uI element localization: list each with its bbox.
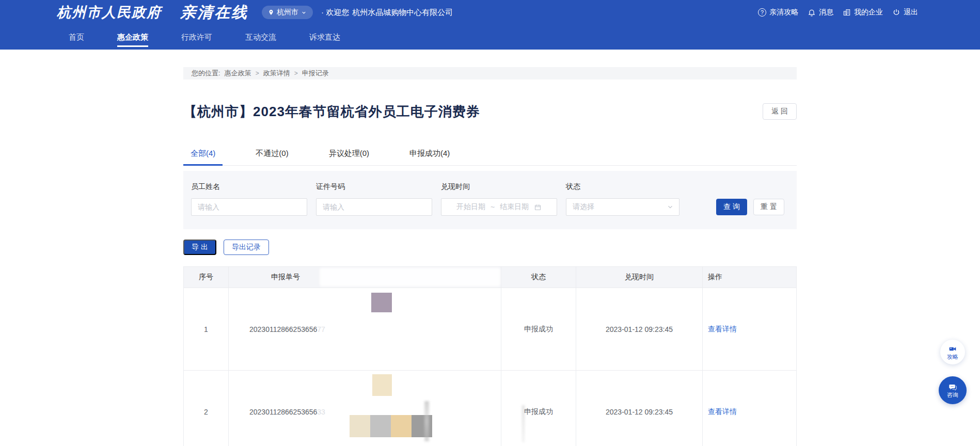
question-circle-icon: ? — [758, 8, 766, 17]
column-header-status: 状态 — [501, 267, 576, 288]
gov-logo: 杭州市人民政府 — [57, 3, 162, 22]
consult-label: 咨询 — [947, 392, 958, 398]
menu-label: 消息 — [819, 8, 833, 17]
application-no-visible: 20230112866253656 — [249, 325, 317, 333]
column-header-application-no: 申报单号 — [229, 267, 501, 288]
tab-objection[interactable]: 异议处理(0) — [322, 144, 376, 165]
chevron-down-icon — [301, 10, 307, 15]
page-title: 【杭州市】2023年春节留杭省外员工电子消费券 — [183, 103, 480, 121]
table-row: 1 2023011286625365677 申报成功 2023-01-12 09… — [184, 288, 796, 370]
field-id-number: 证件号码 — [316, 182, 432, 216]
records-table: 序号 申报单号 状态 兑现时间 操作 1 2023011286625365677… — [183, 266, 797, 446]
back-button[interactable]: 返 回 — [763, 103, 797, 120]
cell-index: 2 — [184, 370, 229, 446]
table-row: 2 2023011286625365633 申报成功 2023-01-12 09… — [184, 370, 796, 446]
company-name: 杭州水晶城购物中心有限公司 — [352, 8, 453, 18]
filter-panel: 员工姓名 证件号码 兑现时间 开始日期 ~ 结束日期 状态 请选择 查 询 — [183, 171, 797, 229]
nav-item-home[interactable]: 首页 — [69, 25, 84, 50]
search-button[interactable]: 查 询 — [716, 199, 747, 215]
guide-label: 攻略 — [947, 354, 958, 360]
cell-redeem-time: 2023-01-12 09:23:45 — [576, 370, 703, 446]
export-button[interactable]: 导 出 — [183, 240, 216, 255]
start-date-placeholder: 开始日期 — [456, 202, 485, 212]
title-row: 【杭州市】2023年春节留杭省外员工电子消费券 返 回 — [183, 102, 797, 121]
nav-item-interaction[interactable]: 互动交流 — [245, 25, 276, 50]
column-header-action: 操作 — [703, 267, 796, 288]
application-no-faded: 77 — [317, 325, 325, 333]
status-label: 状态 — [566, 182, 679, 192]
menu-label: 退出 — [904, 8, 918, 17]
date-range-separator: ~ — [491, 203, 495, 211]
view-detail-link[interactable]: 查看详情 — [708, 325, 737, 334]
location-label: 杭州市 — [277, 8, 298, 17]
breadcrumb: 您的位置: 惠企政策 > 政策详情 > 申报记录 — [183, 67, 797, 79]
cell-status: 申报成功 — [501, 370, 576, 446]
breadcrumb-prefix: 您的位置: — [192, 69, 220, 78]
video-camera-icon — [949, 345, 957, 353]
header-top-bar: 杭州市人民政府 亲清在线 杭州市 · 欢迎您 杭州水晶城购物中心有限公司 ? 亲… — [0, 0, 980, 25]
menu-label: 亲清攻略 — [769, 8, 798, 17]
export-toolbar: 导 出 导出记录 — [183, 240, 797, 255]
column-header-index: 序号 — [184, 267, 229, 288]
building-icon — [843, 8, 851, 17]
chat-bubble-icon — [949, 383, 957, 391]
power-icon — [892, 8, 900, 17]
breadcrumb-item-current: 申报记录 — [302, 69, 329, 78]
application-no-visible: 20230112866253656 — [249, 408, 317, 416]
field-redeem-time: 兑现时间 开始日期 ~ 结束日期 — [441, 182, 557, 216]
employee-name-label: 员工姓名 — [191, 182, 307, 192]
cell-redeem-time: 2023-01-12 09:23:45 — [576, 288, 703, 370]
location-pin-icon — [268, 9, 274, 15]
table-header-row: 序号 申报单号 状态 兑现时间 操作 — [184, 267, 796, 288]
menu-item-guide[interactable]: ? 亲清攻略 — [758, 8, 798, 17]
field-status: 状态 请选择 — [566, 182, 679, 216]
header-menu: ? 亲清攻略 消息 我的企业 退出 — [758, 8, 918, 17]
view-detail-link[interactable]: 查看详情 — [708, 407, 737, 417]
welcome-prefix: · 欢迎您 — [321, 8, 349, 18]
field-employee-name: 员工姓名 — [191, 182, 307, 216]
menu-item-messages[interactable]: 消息 — [808, 8, 833, 17]
breadcrumb-separator: > — [294, 70, 298, 77]
floating-consult-button[interactable]: 咨询 — [939, 376, 967, 404]
reset-button[interactable]: 重 置 — [753, 199, 784, 215]
cell-application-no: 2023011286625365633 — [229, 370, 501, 446]
filter-actions: 查 询 重 置 — [716, 182, 784, 216]
employee-name-input[interactable] — [191, 198, 307, 216]
redeem-time-label: 兑现时间 — [441, 182, 557, 192]
end-date-placeholder: 结束日期 — [500, 202, 529, 212]
nav-item-enterprise-policy[interactable]: 惠企政策 — [117, 25, 148, 50]
cell-status: 申报成功 — [501, 288, 576, 370]
export-record-button[interactable]: 导出记录 — [224, 240, 269, 255]
content-container: 您的位置: 惠企政策 > 政策详情 > 申报记录 【杭州市】2023年春节留杭省… — [183, 67, 797, 446]
id-number-label: 证件号码 — [316, 182, 432, 192]
menu-item-my-enterprise[interactable]: 我的企业 — [843, 8, 883, 17]
tab-all[interactable]: 全部(4) — [183, 144, 223, 165]
nav-item-administrative-license[interactable]: 行政许可 — [181, 25, 212, 50]
date-range-picker[interactable]: 开始日期 ~ 结束日期 — [441, 198, 557, 216]
menu-item-logout[interactable]: 退出 — [892, 8, 918, 17]
status-select[interactable]: 请选择 — [566, 198, 679, 216]
brand-logo: 亲清在线 — [180, 2, 248, 23]
nav-item-appeal[interactable]: 诉求直达 — [309, 25, 340, 50]
chevron-down-icon — [667, 203, 674, 211]
floating-guide-button[interactable]: 攻略 — [940, 340, 965, 364]
welcome-message: · 欢迎您 杭州水晶城购物中心有限公司 — [321, 8, 453, 18]
tab-success[interactable]: 申报成功(4) — [402, 144, 457, 165]
location-selector[interactable]: 杭州市 — [262, 6, 313, 19]
cell-application-no: 2023011286625365677 — [229, 288, 501, 370]
site-header: 杭州市人民政府 亲清在线 杭州市 · 欢迎您 杭州水晶城购物中心有限公司 ? 亲… — [0, 0, 980, 50]
status-tabs: 全部(4) 不通过(0) 异议处理(0) 申报成功(4) — [183, 144, 797, 166]
breadcrumb-separator: > — [256, 70, 259, 77]
calendar-icon — [534, 203, 542, 211]
breadcrumb-item-policy-detail[interactable]: 政策详情 — [263, 69, 290, 78]
menu-label: 我的企业 — [854, 8, 883, 17]
main-nav: 首页 惠企政策 行政许可 互动交流 诉求直达 — [0, 25, 980, 50]
column-header-redeem-time: 兑现时间 — [576, 267, 703, 288]
breadcrumb-item-policy[interactable]: 惠企政策 — [225, 69, 251, 78]
application-no-faded: 33 — [317, 408, 325, 416]
bell-icon — [808, 8, 816, 17]
id-number-input[interactable] — [316, 198, 432, 216]
status-select-placeholder: 请选择 — [573, 202, 594, 212]
cell-index: 1 — [184, 288, 229, 370]
tab-rejected[interactable]: 不通过(0) — [248, 144, 295, 165]
